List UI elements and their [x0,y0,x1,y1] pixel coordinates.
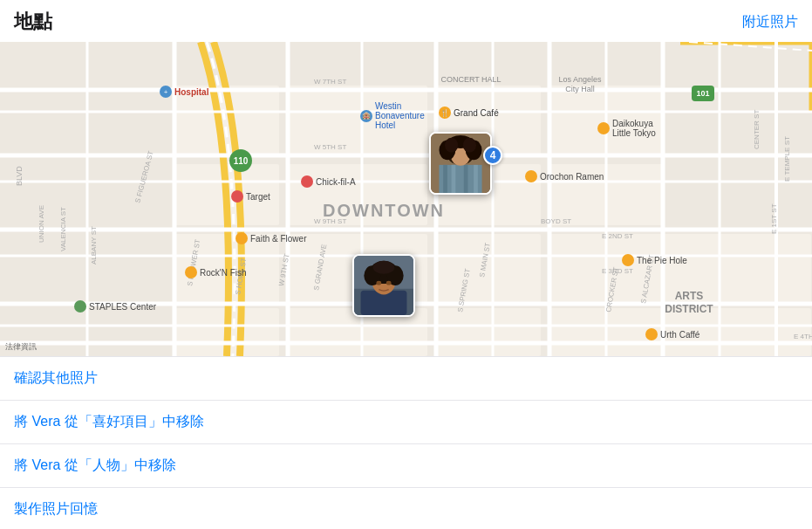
map-container[interactable]: CONCERT HALL Los Angeles City Hall W 7TH… [0,42,812,356]
poi-daikokuya: DaikokuyaLittle Tokyo [597,119,656,138]
svg-text:DOWNTOWN: DOWNTOWN [323,201,445,220]
svg-text:E TEMPLE ST: E TEMPLE ST [783,136,791,182]
page-header: 地點 附近照片 [0,0,812,42]
nearby-photos-link[interactable]: 附近照片 [742,13,798,31]
action-item[interactable]: 確認其他照片 [0,357,812,401]
map-legal: 法律資訊 [5,341,37,353]
svg-point-93 [386,281,392,285]
svg-rect-19 [436,308,541,356]
svg-text:W 7TH ST: W 7TH ST [314,78,346,86]
poi-chickfila: Chick-fil-A [301,175,356,188]
svg-point-82 [445,138,458,153]
svg-text:CENTER ST: CENTER ST [753,110,761,149]
highway-110: 110 [229,149,252,172]
action-link[interactable]: 確認其他照片 [14,369,798,388]
svg-text:E 2ND ST: E 2ND ST [602,232,633,240]
poi-orochon: Orochon Ramen [525,170,604,182]
svg-text:BLVD: BLVD [15,166,24,186]
svg-text:E 1ST ST: E 1ST ST [770,203,778,234]
photo-count-badge: 4 [483,146,502,165]
svg-text:BOYD ST: BOYD ST [541,217,571,225]
svg-point-92 [377,281,382,285]
highway-101: 101 [692,86,714,101]
action-list: 確認其他照片將 Vera 從「喜好項目」中移除將 Vera 從「人物」中移除製作… [0,356,812,529]
poi-westin: 🏨 WestinBonaventureHotel [360,101,425,130]
poi-target: Target [231,190,270,203]
svg-point-91 [373,261,395,274]
action-link[interactable]: 將 Vera 從「人物」中移除 [14,457,798,475]
svg-text:UNION AVE: UNION AVE [38,205,45,243]
poi-urth-caffe: Urth Caffé [645,328,699,340]
poi-faith-flower: Faith & Flower [235,232,306,244]
svg-text:DISTRICT: DISTRICT [665,303,713,315]
photo-pin-1[interactable] [429,132,492,195]
poi-staples: STAPLES Center [74,300,156,313]
poi-grand-cafe: 🍴 Grand Café [439,106,499,119]
svg-rect-76 [474,165,478,193]
action-link[interactable]: 製作照片回憶 [14,500,798,519]
action-item[interactable]: 將 Vera 從「人物」中移除 [0,444,812,488]
svg-rect-73 [443,165,447,193]
svg-point-83 [463,138,476,153]
poi-hospital: + Hospital [160,86,208,98]
svg-text:ALBANY ST: ALBANY ST [90,226,98,264]
action-item[interactable]: 將 Vera 從「喜好項目」中移除 [0,401,812,444]
action-item[interactable]: 製作照片回憶 [0,488,812,529]
svg-text:E 4TH: E 4TH [794,333,812,340]
photo-pin-2[interactable] [352,254,415,317]
svg-text:City Hall: City Hall [565,85,595,93]
svg-text:Los Angeles: Los Angeles [558,75,602,84]
svg-text:ARTS: ARTS [675,290,704,302]
svg-text:CONCERT HALL: CONCERT HALL [440,75,501,84]
svg-text:W 5TH ST: W 5TH ST [314,143,346,151]
poi-pie-hole: The Pie Hole [622,254,687,266]
poi-rockn-fish: Rock'N Fish [185,266,247,278]
page-title: 地點 [14,9,52,35]
svg-rect-74 [452,165,456,193]
action-link[interactable]: 將 Vera 從「喜好項目」中移除 [14,413,798,431]
svg-text:VALENCIA ST: VALENCIA ST [59,207,67,251]
svg-rect-75 [464,165,468,193]
